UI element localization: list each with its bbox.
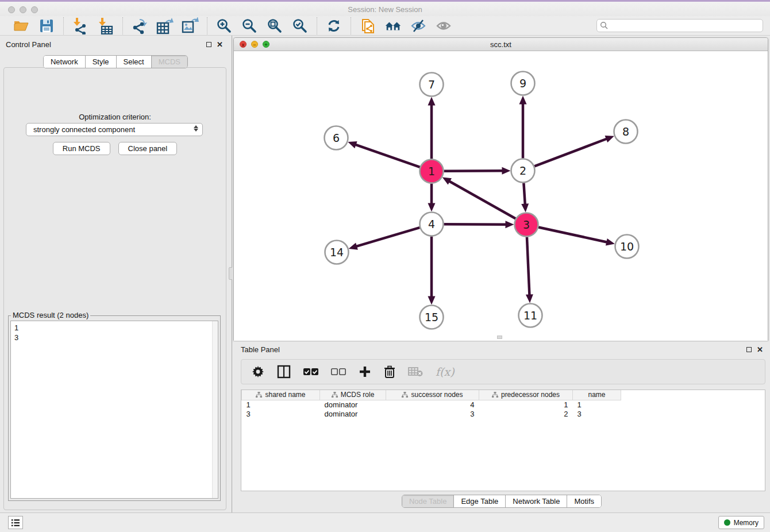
table-panel-close-icon[interactable]: ✕ — [757, 345, 763, 354]
edge-arrow-icon — [349, 242, 358, 249]
edge-arrow-icon — [606, 238, 615, 246]
edge-1-2[interactable] — [444, 171, 503, 171]
task-history-button[interactable] — [8, 516, 23, 529]
edge-4-3[interactable] — [444, 224, 506, 225]
control-panel-float-icon[interactable] — [206, 42, 211, 47]
delete-column-trash-icon[interactable] — [384, 363, 395, 380]
table-cell[interactable]: 1 — [573, 400, 621, 409]
edge-arrow-icon — [502, 167, 510, 175]
import-table-icon[interactable] — [97, 17, 114, 34]
edge-2-8[interactable] — [534, 138, 607, 166]
search-input[interactable] — [596, 19, 763, 32]
tab-edge-table[interactable]: Edge Table — [454, 495, 506, 507]
graph-node-label: 6 — [333, 132, 340, 144]
select-all-checkboxes-icon[interactable] — [303, 363, 318, 380]
close-panel-button[interactable]: Close panel — [118, 142, 178, 155]
column-header-successor-nodes[interactable]: successor nodes — [386, 390, 479, 400]
graph-node-label: 1 — [428, 165, 435, 178]
column-header-name[interactable]: name — [573, 390, 621, 400]
control-panel: Control Panel ✕ Optimization criterion: … — [0, 36, 231, 512]
mcds-result-title: MCDS result (2 nodes) — [11, 311, 90, 319]
memory-button[interactable]: Memory — [718, 516, 764, 529]
settings-gear-icon[interactable] — [252, 363, 264, 380]
table-toolbar: f(x) — [241, 359, 765, 384]
tab-motifs[interactable]: Motifs — [567, 495, 601, 507]
open-folder-icon[interactable] — [13, 17, 30, 34]
delete-table-icon[interactable] — [408, 363, 423, 380]
table-cell[interactable]: 3 — [242, 409, 320, 418]
edge-3-10[interactable] — [538, 228, 607, 242]
edge-2-3[interactable] — [523, 183, 525, 205]
network-window-titlebar[interactable]: x − + scc.txt — [234, 38, 768, 51]
show-panel-eye-icon[interactable] — [435, 17, 452, 34]
toggle-column-panel-icon[interactable] — [277, 363, 291, 380]
control-panel-title: Control Panel — [6, 40, 51, 49]
deselect-all-checkboxes-icon[interactable] — [331, 363, 346, 380]
graph-node-label: 2 — [519, 164, 526, 177]
save-session-icon[interactable] — [38, 17, 55, 34]
table-row[interactable]: 3dominator323 — [242, 409, 621, 418]
table-panel-tabbar: Node TableEdge TableNetwork TableMotifs — [402, 495, 602, 508]
graph-node-label: 8 — [622, 125, 629, 138]
tab-select[interactable]: Select — [117, 56, 152, 68]
tab-style[interactable]: Style — [86, 56, 117, 68]
application-window: Session: New Session — [0, 0, 770, 532]
tab-network-table[interactable]: Network Table — [506, 495, 567, 507]
tab-network[interactable]: Network — [44, 56, 86, 68]
titlebar: Session: New Session — [0, 2, 770, 16]
edge-arrow-icon — [526, 294, 533, 303]
export-table-icon[interactable] — [156, 17, 174, 34]
refresh-icon[interactable] — [325, 17, 342, 34]
table-cell[interactable]: 1 — [479, 400, 573, 409]
control-panel-tabbar: NetworkStyleSelectMCDS — [43, 55, 188, 68]
import-network-icon[interactable] — [72, 17, 89, 34]
table-cell[interactable]: 4 — [386, 400, 479, 409]
edge-arrow-icon — [605, 136, 614, 142]
edge-arrow-icon — [519, 96, 527, 105]
mcds-result-text[interactable]: 13 — [10, 321, 218, 499]
column-header-MCDS-role[interactable]: MCDS role — [320, 390, 386, 400]
tab-node-table[interactable]: Node Table — [402, 495, 455, 507]
control-panel-close-icon[interactable]: ✕ — [217, 40, 223, 49]
column-header-shared-name[interactable]: shared name — [242, 390, 320, 400]
edge-3-11[interactable] — [527, 237, 530, 295]
criterion-select[interactable]: strongly connected component — [26, 123, 203, 136]
result-scrollbar[interactable] — [212, 321, 218, 498]
export-network-icon[interactable] — [131, 17, 148, 34]
zoom-out-icon[interactable] — [241, 17, 258, 34]
add-column-icon[interactable] — [359, 363, 371, 380]
tab-mcds[interactable]: MCDS — [152, 56, 187, 68]
run-mcds-button[interactable]: Run MCDS — [53, 142, 110, 155]
edge-arrow-icon — [428, 97, 436, 106]
edge-1-6[interactable] — [355, 144, 420, 167]
show-all-networks-icon[interactable] — [384, 17, 402, 34]
network-graph[interactable]: 7968124314101511 — [234, 52, 768, 341]
edge-arrow-icon — [521, 203, 529, 212]
table-cell[interactable]: 1 — [242, 400, 320, 409]
edge-3-1[interactable] — [449, 181, 515, 219]
mcds-result-group: MCDS result (2 nodes) 13 — [8, 315, 221, 501]
graph-node-label: 4 — [428, 218, 435, 230]
table-cell[interactable]: dominator — [320, 400, 386, 409]
table-cell[interactable]: 2 — [479, 409, 573, 418]
table-panel-float-icon[interactable] — [746, 347, 752, 352]
function-builder-icon[interactable]: f(x) — [436, 363, 455, 380]
zoom-in-icon[interactable] — [215, 17, 233, 34]
column-header-predecessor-nodes[interactable]: predecessor nodes — [479, 390, 573, 400]
table-cell[interactable]: 3 — [573, 409, 621, 418]
zoom-selected-icon[interactable] — [291, 17, 309, 34]
zoom-fit-icon[interactable] — [266, 17, 283, 34]
duplicate-network-icon[interactable] — [359, 17, 376, 34]
result-line: 3 — [14, 333, 218, 342]
network-canvas[interactable]: 7968124314101511 — [234, 52, 768, 341]
table-cell[interactable]: dominator — [320, 409, 386, 418]
hide-panel-eye-icon[interactable] — [410, 17, 427, 34]
edge-4-14[interactable] — [356, 228, 419, 246]
tree-icon — [492, 392, 498, 398]
network-window-resize-grip[interactable] — [497, 336, 502, 339]
table-row[interactable]: 1dominator411 — [242, 400, 621, 409]
table-cell[interactable]: 3 — [386, 409, 479, 418]
workspace: x − + scc.txt 7968124314101511 Table Pan… — [232, 36, 770, 512]
export-image-icon[interactable] — [182, 17, 199, 34]
memory-label: Memory — [734, 519, 759, 527]
